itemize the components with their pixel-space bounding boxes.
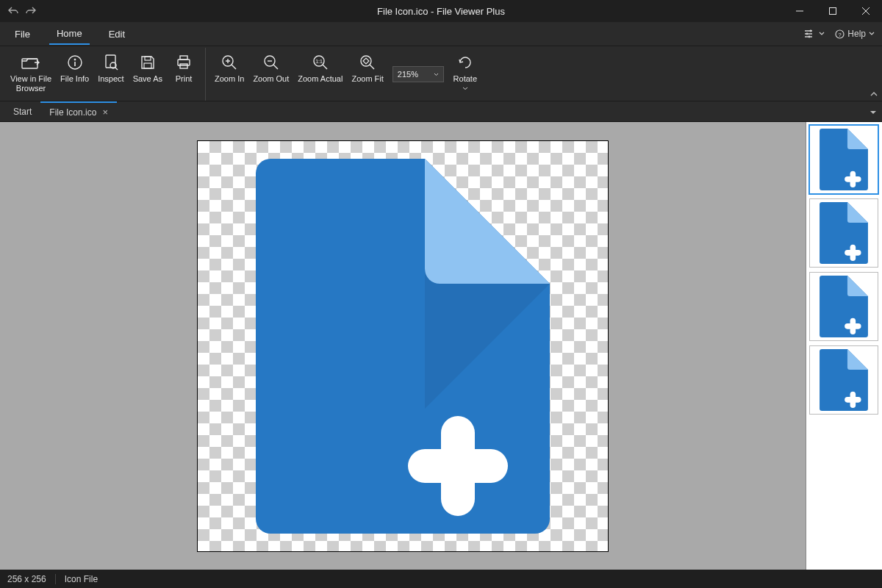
- svg-text:1:1: 1:1: [315, 59, 323, 64]
- zoom-out-button[interactable]: Zoom Out: [248, 51, 293, 85]
- close-tab-icon[interactable]: ×: [102, 107, 108, 118]
- svg-rect-24: [845, 176, 861, 182]
- svg-point-8: [74, 59, 76, 60]
- inspect-label: Inspect: [98, 74, 123, 84]
- svg-point-20: [361, 56, 371, 66]
- thumbnail-1[interactable]: [809, 125, 878, 194]
- save-icon: [140, 54, 156, 71]
- inspect-button[interactable]: Inspect: [93, 51, 128, 85]
- zoom-level-select[interactable]: 215%: [392, 66, 444, 82]
- svg-rect-22: [408, 449, 508, 483]
- svg-rect-30: [845, 397, 861, 403]
- zoom-level-value: 215%: [398, 70, 418, 79]
- tab-start-label: Start: [13, 107, 32, 117]
- save-as-label: Save As: [133, 74, 162, 84]
- svg-rect-26: [845, 250, 861, 256]
- transparency-canvas: [198, 141, 608, 551]
- menu-edit[interactable]: Edit: [101, 24, 132, 44]
- maximize-button[interactable]: [816, 0, 849, 22]
- minimize-button[interactable]: [783, 0, 816, 22]
- zoom-in-icon: [221, 54, 237, 71]
- zoom-fit-label: Zoom Fit: [351, 74, 383, 84]
- inspect-icon: [104, 54, 118, 71]
- save-as-button[interactable]: Save As: [129, 51, 167, 85]
- svg-rect-11: [145, 57, 151, 60]
- zoom-fit-icon: [359, 54, 376, 71]
- rotate-icon: [457, 54, 473, 71]
- file-plus-icon: [256, 159, 550, 534]
- zoom-in-label: Zoom In: [215, 74, 244, 84]
- chevron-down-icon: [462, 87, 468, 90]
- folder-open-icon: [21, 54, 40, 71]
- close-button[interactable]: [849, 0, 882, 22]
- rotate-button[interactable]: Rotate: [448, 51, 482, 92]
- view-in-file-browser-button[interactable]: View in File Browser: [6, 51, 56, 95]
- tab-file[interactable]: File Icon.ico ×: [40, 101, 117, 121]
- zoom-out-icon: [263, 54, 279, 71]
- print-icon: [176, 54, 192, 71]
- svg-rect-6: [22, 59, 37, 68]
- canvas-area[interactable]: [0, 122, 806, 570]
- print-button[interactable]: Print: [167, 51, 201, 85]
- file-info-label: File Info: [60, 74, 89, 84]
- settings-button[interactable]: [804, 29, 825, 38]
- print-label: Print: [176, 74, 193, 84]
- svg-rect-13: [180, 56, 187, 60]
- svg-point-2: [806, 33, 808, 35]
- title-bar: File Icon.ico - File Viewer Plus: [0, 0, 882, 22]
- svg-rect-0: [829, 8, 836, 15]
- status-file-type: Icon File: [65, 574, 98, 584]
- svg-point-1: [810, 30, 812, 32]
- redo-icon[interactable]: [26, 6, 37, 17]
- menu-bar: File Home Edit ? Help: [0, 22, 882, 46]
- undo-icon[interactable]: [7, 6, 18, 17]
- file-info-button[interactable]: File Info: [56, 51, 93, 85]
- view-in-file-browser-label: View in File Browser: [10, 74, 51, 93]
- zoom-actual-label: Zoom Actual: [298, 74, 343, 84]
- thumbnail-2[interactable]: [809, 198, 878, 268]
- zoom-in-button[interactable]: Zoom In: [210, 51, 248, 85]
- svg-point-3: [808, 36, 811, 38]
- zoom-actual-button[interactable]: 1:1 Zoom Actual: [293, 51, 347, 85]
- tabs-menu-icon[interactable]: [870, 107, 876, 117]
- zoom-fit-button[interactable]: Zoom Fit: [347, 51, 387, 85]
- status-separator: [55, 574, 56, 584]
- rotate-label: Rotate: [453, 74, 477, 84]
- ribbon-toolbar: View in File Browser File Info Inspect S…: [0, 46, 882, 101]
- tab-start[interactable]: Start: [4, 101, 40, 121]
- menu-home[interactable]: Home: [49, 24, 90, 45]
- window-title: File Icon.ico - File Viewer Plus: [377, 6, 505, 17]
- help-button[interactable]: ? Help: [835, 29, 875, 39]
- info-icon: [67, 54, 83, 71]
- svg-rect-12: [144, 63, 151, 68]
- thumbnail-3[interactable]: [809, 272, 878, 341]
- menu-file[interactable]: File: [7, 24, 37, 44]
- svg-text:?: ?: [839, 31, 842, 37]
- document-tabs: Start File Icon.ico ×: [0, 101, 882, 122]
- workspace: [0, 122, 882, 570]
- collapse-ribbon-icon[interactable]: [870, 89, 878, 99]
- status-bar: 256 x 256 Icon File: [0, 570, 882, 588]
- thumbnail-panel: [806, 122, 882, 570]
- canvas-wrap: [197, 140, 609, 552]
- status-dimensions: 256 x 256: [7, 574, 46, 584]
- zoom-out-label: Zoom Out: [253, 74, 289, 84]
- tab-file-label: File Icon.ico: [49, 107, 96, 118]
- thumbnail-4[interactable]: [809, 345, 878, 415]
- help-label: Help: [847, 29, 866, 39]
- svg-rect-28: [845, 323, 861, 329]
- zoom-actual-icon: 1:1: [312, 54, 329, 71]
- svg-rect-15: [180, 64, 187, 68]
